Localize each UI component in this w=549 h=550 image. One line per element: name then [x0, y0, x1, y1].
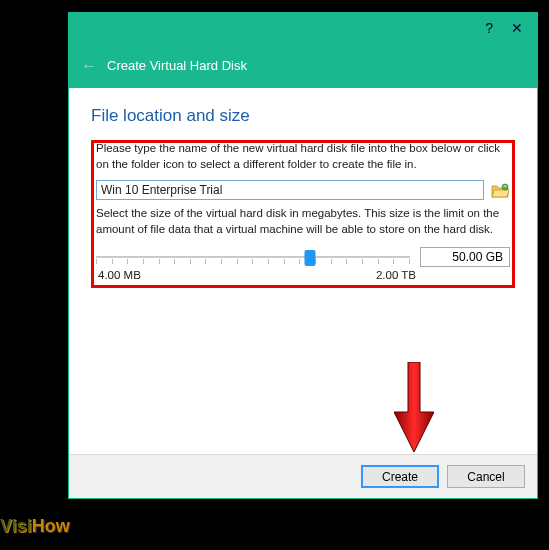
size-input[interactable] [420, 247, 510, 267]
file-row [94, 180, 512, 208]
size-slider[interactable] [96, 247, 410, 267]
section-heading: File location and size [91, 106, 515, 126]
range-max-label: 2.00 TB [376, 269, 416, 281]
dialog-window: ? ✕ ← Create Virtual Hard Disk File loca… [68, 12, 538, 499]
slider-row [94, 245, 512, 267]
cancel-button[interactable]: Cancel [447, 465, 525, 488]
range-labels: 4.00 MB 2.00 TB [94, 267, 512, 285]
dialog-header: ← Create Virtual Hard Disk [69, 43, 537, 88]
close-icon[interactable]: ✕ [511, 20, 523, 36]
dialog-title: Create Virtual Hard Disk [107, 58, 247, 73]
button-bar: Create Cancel [69, 454, 537, 498]
range-min-label: 4.00 MB [98, 269, 141, 281]
slider-thumb[interactable] [304, 250, 315, 266]
size-instruction-text: Select the size of the virtual hard disk… [94, 206, 512, 245]
watermark: VisiHow [0, 516, 70, 537]
system-titlebar: ? ✕ [69, 13, 537, 43]
filename-input[interactable] [96, 180, 484, 200]
folder-icon[interactable] [490, 181, 510, 199]
create-button[interactable]: Create [361, 465, 439, 488]
help-icon[interactable]: ? [485, 20, 493, 36]
highlight-annotation: Please type the name of the new virtual … [91, 140, 515, 288]
dialog-content: File location and size Please type the n… [69, 88, 537, 288]
back-icon[interactable]: ← [81, 57, 97, 75]
file-instruction-text: Please type the name of the new virtual … [94, 141, 512, 180]
